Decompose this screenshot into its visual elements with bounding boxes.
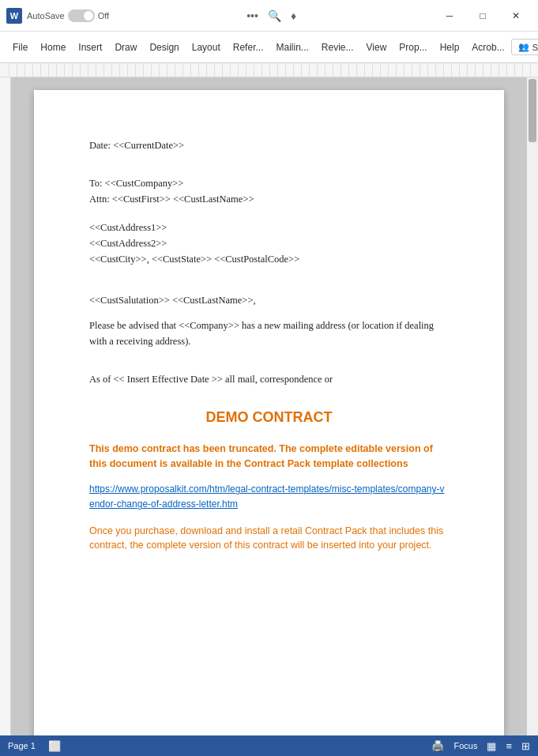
- ribbon: File Home Insert Draw Design Layout Refe…: [0, 32, 538, 63]
- tab-insert[interactable]: Insert: [72, 39, 108, 56]
- scrollbar[interactable]: [527, 77, 538, 735]
- tab-references[interactable]: Refer...: [227, 39, 270, 56]
- status-icon-doc[interactable]: ⬜: [48, 740, 61, 752]
- window-controls: ─ □ ✕: [434, 5, 532, 27]
- salutation-line: <<CustSalutation>> <<CustLastName>>,: [89, 292, 449, 308]
- date-line: Date: <<CurrentDate>>: [89, 137, 449, 153]
- city-line: <<CustCity>>, <<CustState>> <<CustPostal…: [89, 251, 449, 267]
- titlebar-center: ••• 🔍 ♦: [114, 9, 429, 22]
- page-number: Page 1: [8, 741, 36, 750]
- scroll-thumb[interactable]: [529, 79, 536, 142]
- share-button[interactable]: 👥 Share: [511, 39, 538, 55]
- search-icon[interactable]: 🔍: [268, 9, 281, 22]
- tab-draw[interactable]: Draw: [108, 39, 143, 56]
- status-icon-layout[interactable]: ▦: [487, 740, 496, 752]
- tab-file[interactable]: File: [6, 39, 34, 56]
- main-area[interactable]: Date: <<CurrentDate>> To: <<CustCompany>…: [0, 77, 538, 735]
- document-page: Date: <<CurrentDate>> To: <<CustCompany>…: [34, 90, 504, 735]
- tab-layout[interactable]: Layout: [186, 39, 227, 56]
- demo-truncated-text: This demo contract has been truncated. T…: [89, 442, 449, 472]
- status-icon-zoom[interactable]: ⊞: [521, 740, 530, 752]
- autosave-toggle[interactable]: [68, 9, 95, 22]
- close-button[interactable]: ✕: [500, 5, 532, 27]
- tab-view[interactable]: View: [360, 39, 393, 56]
- more-options-icon[interactable]: •••: [246, 9, 258, 22]
- status-right: 🖨️ Focus ▦ ≡ ⊞: [431, 740, 530, 752]
- demo-purchase-text: Once you purchase, download and install …: [89, 524, 449, 554]
- tab-acrobat[interactable]: Acrob...: [465, 39, 510, 56]
- titlebar: W AutoSave Off ••• 🔍 ♦ ─ □ ✕: [0, 0, 538, 32]
- to-line: To: <<CustCompany>>: [89, 175, 449, 191]
- statusbar: Page 1 ⬜ 🖨️ Focus ▦ ≡ ⊞: [0, 735, 538, 756]
- left-ruler: [0, 77, 11, 735]
- share-icon: 👥: [518, 42, 529, 52]
- tab-mailings[interactable]: Mailin...: [269, 39, 314, 56]
- autosave-label: AutoSave Off: [27, 9, 109, 22]
- tab-home[interactable]: Home: [34, 39, 72, 56]
- diamond-icon[interactable]: ♦: [291, 9, 296, 22]
- body1: Please be advised that <<Company>> has a…: [89, 318, 449, 349]
- focus-label[interactable]: Focus: [453, 741, 477, 750]
- attn-line: Attn: <<CustFirst>> <<CustLastName>>: [89, 191, 449, 207]
- minimize-button[interactable]: ─: [434, 5, 465, 27]
- demo-link[interactable]: https://www.proposalkit.com/htm/legal-co…: [89, 482, 449, 512]
- ribbon-tabs: File Home Insert Draw Design Layout Refe…: [6, 39, 511, 56]
- body2: As of << Insert Effective Date >> all ma…: [89, 371, 449, 387]
- status-icon-print[interactable]: 🖨️: [431, 740, 444, 752]
- horizontal-ruler: [0, 63, 538, 77]
- status-icon-view[interactable]: ≡: [506, 740, 512, 752]
- tab-help[interactable]: Help: [434, 39, 466, 56]
- addr1-line: <<CustAddress1>>: [89, 220, 449, 235]
- tab-design[interactable]: Design: [143, 39, 185, 56]
- ribbon-right: 👥 Share ✏️ Editing ▾: [511, 39, 538, 55]
- addr2-line: <<CustAddress2>>: [89, 235, 449, 251]
- demo-title: DEMO CONTRACT: [89, 406, 449, 429]
- word-icon: W: [6, 8, 22, 24]
- tab-review[interactable]: Revie...: [315, 39, 360, 56]
- maximize-button[interactable]: □: [467, 5, 498, 27]
- tab-proofing[interactable]: Prop...: [393, 39, 433, 56]
